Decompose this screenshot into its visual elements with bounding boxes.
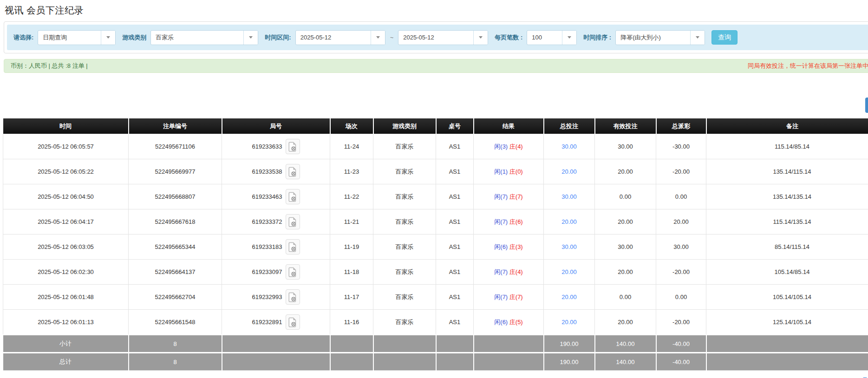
sort-order-dropdown[interactable]: 降幂(由大到小)	[615, 30, 705, 45]
video-replay-button[interactable]	[286, 239, 300, 254]
subtotal-empty	[330, 335, 373, 353]
video-replay-button[interactable]	[286, 139, 300, 154]
cell-payout: 30.00	[656, 235, 706, 260]
chevron-down-icon[interactable]	[101, 31, 115, 45]
total-bet-link[interactable]: 20.00	[561, 218, 577, 225]
cell-table-no: AS1	[436, 260, 474, 285]
cell-payout: 0.00	[656, 184, 706, 209]
cell-valid-bet: 20.00	[595, 260, 656, 285]
cell-game-type: 百家乐	[373, 260, 436, 285]
cell-time: 2025-05-12 06:02:30	[3, 260, 129, 285]
game-type-dropdown[interactable]: 百家乐	[150, 30, 258, 45]
result-banker: 庄(6)	[509, 218, 523, 225]
round-number: 619233097	[252, 268, 282, 275]
cell-session: 11-18	[330, 260, 373, 285]
cell-valid-bet: 0.00	[595, 184, 656, 209]
cell-table-no: AS1	[436, 235, 474, 260]
video-replay-button[interactable]	[286, 314, 300, 330]
video-replay-button[interactable]	[286, 189, 300, 204]
cell-remark: 125.14/105.14	[706, 310, 868, 335]
cell-bet-id: 522495662704	[129, 285, 222, 310]
col-header-total-bet: 总投注	[544, 118, 595, 134]
cell-round-id: 619233097	[222, 260, 330, 285]
cell-table-no: AS1	[436, 285, 474, 310]
cell-total-bet: 20.00	[544, 209, 595, 235]
date-from-picker[interactable]: 2025-05-12	[295, 30, 385, 45]
total-bet-link[interactable]: 20.00	[561, 168, 577, 175]
time-range-label: 时间区间:	[265, 33, 291, 42]
cell-time: 2025-05-12 06:05:57	[3, 134, 129, 159]
chevron-down-icon[interactable]	[371, 31, 385, 45]
subtotal-empty	[373, 335, 436, 353]
total-bet-link[interactable]: 20.00	[561, 293, 577, 300]
total-bet-link[interactable]: 20.00	[561, 319, 577, 326]
cell-remark: 135.14/135.14	[706, 184, 868, 209]
total-label: 总计	[3, 353, 129, 371]
total-empty	[330, 353, 373, 371]
summary-notice: 同局有效投注，统一计算在该局第一张注单中	[748, 59, 868, 72]
game-type-label: 游戏类别	[122, 33, 146, 42]
total-bet-link[interactable]: 30.00	[561, 243, 577, 250]
sort-order-label: 时间排序 :	[583, 33, 611, 42]
cell-valid-bet: 20.00	[595, 310, 656, 335]
result-player: 闲(1)	[494, 168, 508, 175]
total-empty	[474, 353, 544, 371]
col-header-bet-id: 注单编号	[129, 118, 222, 134]
chevron-down-icon[interactable]	[243, 31, 258, 45]
cell-result: 闲(1) 庄(0)	[474, 159, 544, 184]
search-button[interactable]: 查询	[711, 30, 737, 45]
total-empty	[373, 353, 436, 371]
subtotal-label: 小计	[3, 335, 129, 353]
game-type-value: 百家乐	[151, 31, 243, 45]
cell-result: 闲(6) 庄(5)	[474, 310, 544, 335]
subtotal-row: 小计 8 190.00 140.00 -40.00	[3, 335, 868, 353]
sort-order-value: 降幂(由大到小)	[616, 31, 690, 45]
video-replay-button[interactable]	[286, 264, 300, 280]
date-to-picker[interactable]: 2025-05-12	[398, 30, 488, 45]
grand-total-row: 总计 8 190.00 140.00 -40.00	[3, 353, 868, 371]
chevron-down-icon[interactable]	[690, 31, 705, 45]
result-player: 闲(7)	[494, 218, 508, 225]
video-file-icon	[288, 292, 297, 302]
date-from-value: 2025-05-12	[296, 31, 371, 45]
cell-table-no: AS1	[436, 209, 474, 235]
round-number: 619232891	[252, 319, 282, 326]
total-bet-link[interactable]: 30.00	[561, 143, 577, 150]
subtotal-payout: -40.00	[656, 335, 706, 353]
page-size-dropdown[interactable]: 100	[527, 30, 577, 45]
cell-remark: 105.14/105.14	[706, 285, 868, 310]
total-payout: -40.00	[656, 353, 706, 371]
video-replay-button[interactable]	[286, 289, 300, 305]
subtotal-empty	[706, 335, 868, 353]
result-banker: 庄(5)	[509, 319, 523, 326]
page-size-label: 每页笔数 :	[495, 33, 522, 42]
query-type-dropdown[interactable]: 日期查询	[38, 30, 116, 45]
cell-round-id: 619233463	[222, 184, 330, 209]
cell-valid-bet: 30.00	[595, 134, 656, 159]
cell-bet-id: 522495664137	[129, 260, 222, 285]
date-to-value: 2025-05-12	[398, 31, 473, 45]
cell-session: 11-23	[330, 159, 373, 184]
table-footer: 小计 8 190.00 140.00 -40.00 总计 8	[3, 335, 868, 371]
cell-total-bet: 30.00	[544, 184, 595, 209]
result-banker: 庄(0)	[509, 168, 523, 175]
page-title: 视讯 会员下注纪录	[5, 4, 868, 17]
cell-payout: -20.00	[656, 159, 706, 184]
cell-game-type: 百家乐	[373, 134, 436, 159]
total-bet-link[interactable]: 30.00	[561, 193, 577, 200]
video-file-icon	[288, 142, 297, 152]
col-header-remark: 备注	[706, 118, 868, 134]
col-header-payout: 总派彩	[656, 118, 706, 134]
chevron-down-icon[interactable]	[562, 31, 576, 45]
result-player: 闲(3)	[494, 143, 508, 150]
chevron-down-icon[interactable]	[473, 31, 488, 45]
cell-result: 闲(7) 庄(4)	[474, 260, 544, 285]
col-header-time: 时间	[3, 118, 129, 134]
total-bet-link[interactable]: 20.00	[561, 268, 577, 275]
video-replay-button[interactable]	[286, 164, 300, 179]
video-replay-button[interactable]	[286, 214, 300, 229]
export-button-cutoff[interactable]	[865, 98, 868, 113]
cell-game-type: 百家乐	[373, 159, 436, 184]
video-file-icon	[288, 242, 297, 252]
cell-result: 闲(3) 庄(4)	[474, 134, 544, 159]
